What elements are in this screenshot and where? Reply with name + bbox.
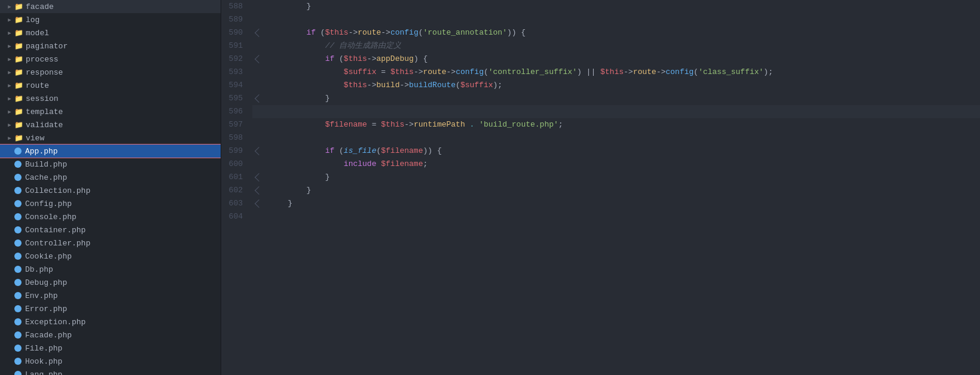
- tree-item-label: Build.php: [25, 160, 67, 169]
- line-number: 600: [221, 158, 252, 171]
- tree-item-label: App.php: [25, 147, 58, 156]
- file-item[interactable]: Cache.php: [0, 171, 221, 184]
- tree-item-label: Exception.php: [25, 318, 86, 327]
- folder-item[interactable]: ▶📁paginator: [0, 39, 221, 53]
- file-item[interactable]: Debug.php: [0, 276, 221, 289]
- tree-item-label: template: [26, 107, 63, 116]
- file-item[interactable]: Error.php: [0, 302, 221, 315]
- folder-item[interactable]: ▶📁template: [0, 105, 221, 118]
- folder-icon: 📁: [14, 68, 23, 77]
- file-item[interactable]: Collection.php: [0, 184, 221, 197]
- line-number: 589: [221, 13, 252, 26]
- tree-item-label: File.php: [25, 344, 62, 353]
- folder-item[interactable]: ▶📁route: [0, 79, 221, 92]
- fold-arrow[interactable]: [255, 173, 263, 182]
- tree-item-label: validate: [26, 121, 63, 130]
- file-item[interactable]: Env.php: [0, 289, 221, 302]
- file-item[interactable]: Facade.php: [0, 328, 221, 342]
- file-icon: [14, 161, 22, 168]
- gutter: [252, 26, 264, 39]
- line-number: 596: [221, 105, 252, 118]
- code-line: 594 $this->build->buildRoute($suffix);: [221, 79, 980, 92]
- file-item[interactable]: Build.php: [0, 158, 221, 171]
- tree-arrow: ▶: [5, 122, 14, 128]
- code-content: [264, 13, 980, 26]
- fold-arrow[interactable]: [255, 94, 263, 103]
- file-icon: [14, 253, 22, 260]
- code-content: if ($this->appDebug) {: [264, 53, 980, 66]
- gutter: [252, 210, 264, 223]
- file-item[interactable]: File.php: [0, 342, 221, 355]
- tree-item-label: paginator: [26, 42, 68, 51]
- tree-arrow: ▶: [5, 43, 14, 50]
- folder-item[interactable]: ▶📁model: [0, 26, 221, 39]
- folder-item[interactable]: ▶📁response: [0, 66, 221, 79]
- line-number: 588: [221, 0, 252, 13]
- fold-arrow[interactable]: [255, 186, 263, 195]
- tree-arrow: ▶: [5, 69, 14, 76]
- file-item[interactable]: Console.php: [0, 210, 221, 223]
- tree-item-label: Error.php: [25, 305, 67, 313]
- folder-item[interactable]: ▶📁process: [0, 53, 221, 66]
- folder-icon: 📁: [14, 121, 23, 130]
- tree-item-label: Env.php: [25, 291, 58, 300]
- line-number: 594: [221, 79, 252, 92]
- file-icon: [14, 239, 22, 247]
- file-item[interactable]: Controller.php: [0, 236, 221, 250]
- folder-item[interactable]: ▶📁session: [0, 92, 221, 105]
- code-content: }: [264, 184, 980, 197]
- code-content: include $filename;: [264, 158, 980, 171]
- fold-arrow[interactable]: [255, 199, 263, 208]
- folder-icon: 📁: [14, 107, 23, 116]
- file-icon: [14, 174, 22, 181]
- line-number: 603: [221, 197, 252, 210]
- tree-item-label: Lang.php: [25, 370, 62, 376]
- file-item[interactable]: Container.php: [0, 223, 221, 236]
- tree-item-label: Cache.php: [25, 173, 67, 182]
- fold-arrow[interactable]: [255, 55, 263, 63]
- file-item[interactable]: Config.php: [0, 197, 221, 210]
- fold-arrow[interactable]: [255, 29, 263, 37]
- tree-item-label: Container.php: [25, 226, 86, 235]
- tree-item-label: route: [26, 81, 49, 90]
- code-content: [264, 105, 980, 118]
- file-icon: [14, 226, 22, 233]
- fold-arrow[interactable]: [255, 147, 263, 155]
- code-line: 601 }: [221, 171, 980, 184]
- tree-item-label: Collection.php: [25, 186, 90, 195]
- file-item[interactable]: Hook.php: [0, 355, 221, 368]
- file-tree[interactable]: ▶📁facade▶📁log▶📁model▶📁paginator▶📁process…: [0, 0, 221, 375]
- file-icon: [14, 147, 22, 155]
- file-item[interactable]: Db.php: [0, 263, 221, 276]
- folder-item[interactable]: ▶📁facade: [0, 0, 221, 13]
- tree-item-label: Debug.php: [25, 278, 67, 287]
- tree-item-label: view: [26, 134, 44, 143]
- folder-icon: 📁: [14, 29, 23, 38]
- folder-icon: 📁: [14, 134, 23, 143]
- folder-item[interactable]: ▶📁validate: [0, 118, 221, 131]
- tree-arrow: ▶: [5, 56, 14, 63]
- line-number: 590: [221, 26, 252, 39]
- tree-item-label: session: [26, 94, 59, 103]
- folder-item[interactable]: ▶📁view: [0, 131, 221, 145]
- file-item[interactable]: Exception.php: [0, 315, 221, 328]
- file-icon: [14, 345, 22, 352]
- folder-item[interactable]: ▶📁log: [0, 13, 221, 26]
- code-content: [264, 210, 980, 223]
- code-content: if (is_file($filename)) {: [264, 145, 980, 158]
- code-line: 590 if ($this->route->config('route_anno…: [221, 26, 980, 39]
- gutter: [252, 118, 264, 131]
- file-item[interactable]: Lang.php: [0, 368, 221, 375]
- gutter: [252, 171, 264, 184]
- file-item[interactable]: App.php: [0, 145, 221, 158]
- line-number: 593: [221, 66, 252, 79]
- code-line: 600 include $filename;: [221, 158, 980, 171]
- file-icon: [14, 292, 22, 299]
- line-number: 604: [221, 210, 252, 223]
- tree-item-label: Controller.php: [25, 239, 90, 248]
- code-line: 597 $filename = $this->runtimePath . 'bu…: [221, 118, 980, 131]
- tree-arrow: ▶: [5, 96, 14, 102]
- tree-arrow: ▶: [5, 30, 14, 36]
- file-item[interactable]: Cookie.php: [0, 250, 221, 263]
- code-editor: 588 } 589 590 if ($this->route->config('…: [221, 0, 980, 375]
